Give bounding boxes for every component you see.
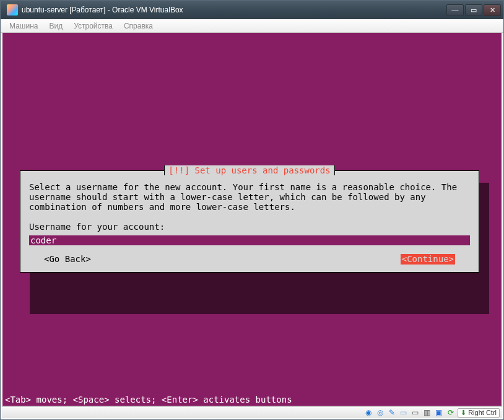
input-underline: ________________________________________… bbox=[56, 235, 470, 245]
host-key-indicator[interactable]: ⬇ Right Ctrl bbox=[458, 408, 500, 418]
app-icon bbox=[7, 4, 18, 15]
hint-bar: <Tab> moves; <Space> selects; <Enter> ac… bbox=[5, 395, 292, 405]
dialog-title: [!!] Set up users and passwords bbox=[164, 165, 334, 175]
continue-button[interactable]: <Continue> bbox=[401, 254, 455, 264]
menu-help[interactable]: Справка bbox=[119, 20, 158, 32]
installer-dialog: [!!] Set up users and passwords Select a… bbox=[20, 170, 479, 273]
display-icon[interactable]: ▭ bbox=[411, 408, 420, 418]
dialog-nav: <Go Back> <Continue> bbox=[29, 254, 470, 264]
recording-icon[interactable]: ▣ bbox=[434, 408, 443, 418]
statusbar: ◉ ◎ ✎ ▭ ▭ ▥ ▣ ⟳ ⬇ Right Ctrl bbox=[2, 406, 502, 418]
menu-view[interactable]: Вид bbox=[44, 20, 67, 32]
mouse-integration-icon[interactable]: ⟳ bbox=[446, 408, 455, 418]
host-key-label: Right Ctrl bbox=[468, 409, 497, 416]
dialog-prompt: Username for your account: bbox=[29, 222, 470, 232]
vm-display[interactable]: [!!] Set up users and passwords Select a… bbox=[2, 33, 502, 406]
menu-machine[interactable]: Машина bbox=[4, 20, 43, 32]
maximize-button[interactable]: ▭ bbox=[465, 4, 482, 16]
optical-disk-icon[interactable]: ◎ bbox=[375, 408, 385, 418]
go-back-button[interactable]: <Go Back> bbox=[44, 254, 91, 264]
menu-devices[interactable]: Устройства bbox=[69, 20, 118, 32]
close-button[interactable]: ✕ bbox=[484, 4, 501, 16]
virtualbox-window: ubuntu-server [Работает] - Oracle VM Vir… bbox=[0, 0, 504, 420]
window-controls: — ▭ ✕ bbox=[446, 4, 501, 16]
username-value: coder bbox=[30, 235, 56, 245]
username-input[interactable]: coder___________________________________… bbox=[29, 235, 470, 245]
usb-icon[interactable]: ✎ bbox=[387, 408, 396, 418]
arrow-down-icon: ⬇ bbox=[461, 409, 466, 417]
menubar: Машина Вид Устройства Справка bbox=[1, 19, 503, 33]
minimize-button[interactable]: — bbox=[446, 4, 464, 16]
dialog-body-text: Select a username for the new account. Y… bbox=[29, 182, 470, 212]
shared-folder-icon[interactable]: ▭ bbox=[399, 408, 408, 418]
titlebar[interactable]: ubuntu-server [Работает] - Oracle VM Vir… bbox=[1, 1, 503, 19]
window-title: ubuntu-server [Работает] - Oracle VM Vir… bbox=[22, 6, 446, 14]
network-icon[interactable]: ▥ bbox=[422, 408, 432, 418]
hard-disk-icon[interactable]: ◉ bbox=[363, 408, 373, 418]
